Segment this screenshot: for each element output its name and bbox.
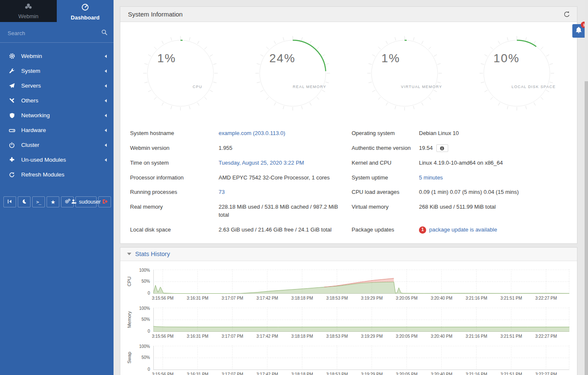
x-tick-label: 3:20:05 PM: [396, 296, 417, 301]
terminal-button[interactable]: >_: [32, 196, 45, 207]
sidebar-item-refresh-modules[interactable]: Refresh Modules: [0, 167, 114, 182]
tab-dashboard-label: Dashboard: [71, 14, 100, 21]
x-tick-label: 3:16:31 PM: [187, 296, 208, 301]
time-on-system-link[interactable]: Tuesday, August 25, 2020 3:22 PM: [219, 156, 352, 171]
user-menu-button[interactable]: sudouser: [75, 196, 97, 207]
stats-history-header[interactable]: Stats History: [120, 248, 577, 261]
search-input[interactable]: [8, 30, 101, 36]
caret-down-icon: [127, 253, 131, 255]
x-tick-label: 3:18:53 PM: [326, 334, 348, 339]
sidebar-item-label: Hardware: [21, 127, 105, 133]
sidebar-item-networking[interactable]: Networking: [0, 108, 114, 123]
x-tick-label: 3:20:05 PM: [396, 334, 417, 339]
refresh-page-button[interactable]: [563, 11, 570, 18]
info-label: Virtual memory: [352, 200, 419, 223]
search-icon[interactable]: [101, 29, 108, 37]
y-tick-label: 0: [147, 329, 150, 334]
terminal-icon: >_: [36, 199, 41, 205]
info-label: Time on system: [130, 156, 219, 171]
favorites-button[interactable]: ★: [47, 196, 59, 207]
info-value: 19.54: [419, 141, 569, 156]
info-label: System hostname: [130, 126, 219, 141]
package-updates-count-badge: 1: [419, 226, 426, 234]
sidebar-item-label: System: [21, 68, 105, 74]
x-tick-label: 3:17:42 PM: [256, 372, 278, 375]
x-tick-label: 3:19:29 PM: [361, 296, 383, 301]
sidebar-item-label: Networking: [21, 112, 105, 119]
logout-button[interactable]: [98, 196, 111, 207]
gauges-row: 1%CPU24%REAL MEMORY1%VIRTUAL MEMORY10%LO…: [120, 22, 577, 116]
sidebar-item-unused-modules[interactable]: Un-used Modules: [0, 152, 114, 167]
chart-yticks: 100%50%0: [134, 346, 153, 370]
gauge-virtual-memory: 1%VIRTUAL MEMORY: [364, 33, 445, 113]
theme-info-button[interactable]: [436, 144, 448, 152]
notifications-button[interactable]: 1: [572, 24, 585, 38]
sidebar-item-label: Un-used Modules: [21, 157, 105, 163]
x-tick-label: 3:17:07 PM: [222, 372, 243, 375]
collapse-sidebar-button[interactable]: [3, 196, 16, 207]
sidebar-tabs: Webmin Dashboard: [0, 0, 114, 24]
info-label: Authentic theme version: [352, 141, 419, 156]
gauge-value: 1%: [381, 52, 400, 65]
info-value: 228.18 MiB used / 531.8 MiB cached / 987…: [219, 200, 352, 223]
uptime-link[interactable]: 5 minutes: [419, 171, 569, 185]
caret-left-icon: [105, 129, 107, 132]
sidebar-item-cluster[interactable]: Cluster: [0, 138, 114, 152]
info-label: Package updates: [352, 223, 419, 237]
x-tick-label: 3:18:53 PM: [326, 296, 348, 301]
x-tick-label: 3:16:31 PM: [187, 334, 208, 339]
info-value: Debian Linux 10: [419, 126, 569, 141]
caret-left-icon: [105, 143, 107, 147]
dashboard-gauge-icon: [81, 3, 89, 13]
gauge-cpu: 1%CPU: [140, 33, 221, 113]
sidebar-item-hardware[interactable]: Hardware: [0, 123, 114, 138]
caret-left-icon: [105, 114, 107, 117]
webmin-logo-icon: [25, 3, 32, 11]
x-tick-label: 3:18:53 PM: [326, 372, 348, 375]
sign-out-icon: [102, 199, 108, 205]
chart-xlabels: 3:15:56 PM3:16:31 PM3:17:07 PM3:17:42 PM…: [153, 332, 569, 340]
night-mode-button[interactable]: [18, 196, 31, 207]
chart-yticks: 100%50%0: [134, 270, 153, 294]
y-tick-label: 50%: [141, 355, 150, 360]
info-label: CPU load averages: [352, 185, 419, 200]
info-value: AMD EPYC 7542 32-Core Processor, 1 cores: [219, 171, 352, 185]
x-tick-label: 3:20:40 PM: [431, 296, 452, 301]
hostname-link[interactable]: example.com (203.0.113.0): [219, 126, 352, 141]
running-processes-link[interactable]: 73: [219, 185, 352, 200]
system-information-panel: System Information 1%CPU24%REAL MEMORY1%…: [120, 6, 577, 244]
sidebar-item-servers[interactable]: Servers: [0, 78, 114, 93]
chart-axis-title-swap: Swap: [125, 346, 134, 370]
chart-row-memory: Memory100%50%03:15:56 PM3:16:31 PM3:17:0…: [125, 308, 569, 340]
x-tick-label: 3:18:18 PM: [291, 372, 313, 375]
x-tick-label: 3:19:29 PM: [361, 334, 383, 339]
x-tick-label: 3:16:31 PM: [187, 372, 208, 375]
x-tick-label: 3:22:27 PM: [535, 296, 557, 301]
chart-row-swap: Swap100%50%03:15:56 PM3:16:31 PM3:17:07 …: [125, 346, 569, 375]
tab-dashboard[interactable]: Dashboard: [57, 0, 114, 24]
wrench-icon: [8, 68, 15, 74]
chart-xlabels: 3:15:56 PM3:16:31 PM3:17:07 PM3:17:42 PM…: [153, 370, 569, 375]
gauge-real-memory: 24%REAL MEMORY: [252, 33, 333, 113]
package-updates-link[interactable]: package update is available: [429, 226, 497, 233]
sidebar-item-others[interactable]: Others: [0, 93, 114, 108]
y-tick-label: 100%: [139, 268, 150, 273]
x-tick-label: 3:21:16 PM: [466, 334, 487, 339]
x-tick-label: 3:20:05 PM: [396, 372, 417, 375]
scrollbar-thumb[interactable]: [585, 0, 588, 81]
tab-webmin[interactable]: Webmin: [0, 0, 57, 22]
page-scrollbar[interactable]: [585, 0, 588, 375]
x-tick-label: 3:18:18 PM: [291, 334, 313, 339]
x-tick-label: 3:21:16 PM: [466, 296, 487, 301]
caret-left-icon: [105, 55, 107, 58]
info-value: 2.63 GiB used / 21.46 GiB free / 24.1 Gi…: [219, 223, 352, 237]
sidebar-item-webmin[interactable]: Webmin: [0, 49, 114, 63]
chart-cpu-plot: [153, 270, 569, 294]
sidebar-item-label: Others: [21, 97, 105, 104]
info-value: 0.09 (1 min) 0.07 (5 mins) 0.04 (15 mins…: [419, 185, 569, 200]
info-label: System uptime: [352, 171, 419, 185]
sidebar-item-system[interactable]: System: [0, 63, 114, 78]
chart-xlabels: 3:15:56 PM3:16:31 PM3:17:07 PM3:17:42 PM…: [153, 294, 569, 302]
info-label: Real memory: [130, 200, 219, 223]
caret-left-icon: [105, 84, 107, 88]
